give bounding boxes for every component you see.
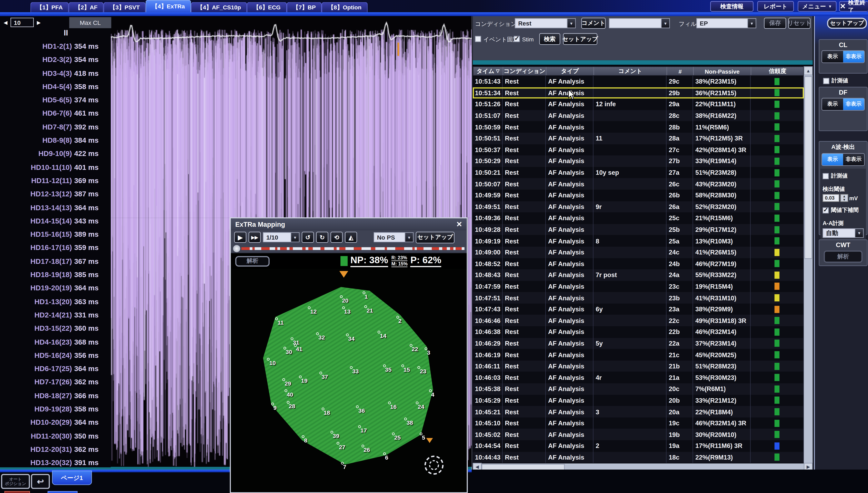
tab-2[interactable]: 【2】AF: [69, 2, 103, 12]
close-icon[interactable]: ✕: [456, 220, 462, 229]
table-row[interactable]: 10:44:43RestAF Analysis18c22%(R9M13): [473, 452, 804, 463]
scrollbar-thumb[interactable]: [804, 76, 812, 259]
ps-dropdown[interactable]: No PS▼: [374, 232, 413, 242]
column-header[interactable]: #: [667, 67, 694, 75]
slider-thumb[interactable]: [233, 245, 240, 252]
max-cl-button[interactable]: Max CL: [69, 17, 111, 28]
cwt-analyze-button[interactable]: 解析: [824, 251, 863, 263]
cl-measure-checkbox[interactable]: [823, 78, 829, 84]
table-row[interactable]: 10:50:37RestAF Analysis27c42%(R28M14) 3R: [473, 144, 804, 155]
table-row[interactable]: 10:47:59RestAF Analysis23c19%(R15M4): [473, 281, 804, 292]
end-exam-button[interactable]: ✕検査終了: [839, 1, 868, 12]
df-show-button[interactable]: 表示: [822, 99, 843, 110]
comment-dropdown[interactable]: ▼: [609, 18, 670, 28]
column-header[interactable]: タイム▽: [473, 67, 503, 75]
table-row[interactable]: 10:45:38RestAF Analysis20c7%(R6M1): [473, 383, 804, 395]
column-header[interactable]: コメント: [594, 67, 667, 75]
sidebar-setup-button[interactable]: セットアップ: [827, 18, 867, 29]
event-lock-checkbox[interactable]: [475, 36, 481, 42]
table-row[interactable]: 10:49:00RestAF Analysis24c41%(R26M15): [473, 247, 804, 258]
filter-dropdown[interactable]: EP▼: [697, 18, 756, 28]
table-row[interactable]: 10:45:29RestAF Analysis20b33%(R21M12): [473, 395, 804, 406]
flip-icon[interactable]: ◭: [345, 232, 357, 243]
condition-dropdown[interactable]: Rest▼: [515, 18, 576, 28]
a-wave-show-button[interactable]: 表示: [822, 154, 843, 165]
table-row[interactable]: 10:45:21RestAF Analysis320a22%(R18M4): [473, 406, 804, 417]
menu-button[interactable]: メニュー▼: [798, 1, 836, 12]
stim-checkbox[interactable]: [514, 36, 520, 42]
table-row[interactable]: 10:50:21RestAF Analysis10y sep27a51%(R23…: [473, 167, 804, 178]
tab-8[interactable]: 【8】Option: [322, 2, 367, 12]
table-row[interactable]: 10:49:28RestAF Analysis25b29%(R17M12): [473, 224, 804, 235]
df-hide-button[interactable]: 非表示: [843, 99, 864, 110]
table-row[interactable]: 10:47:51RestAF Analysis23b41%(R31M10): [473, 292, 804, 304]
exam-info-button[interactable]: 検査情報: [710, 1, 753, 12]
tab-6[interactable]: 【6】ECG: [247, 2, 286, 12]
table-row[interactable]: 10:46:03RestAF Analysis4r21a53%(R30M23): [473, 372, 804, 383]
column-header[interactable]: 信頼度: [751, 67, 804, 75]
table-row[interactable]: 10:49:19RestAF Analysis825a13%(R10M3): [473, 235, 804, 247]
table-row[interactable]: 10:49:36RestAF Analysis25c21%(R15M6): [473, 212, 804, 224]
table-row[interactable]: 10:46:38RestAF Analysis22b46%(R32M14): [473, 326, 804, 338]
column-header[interactable]: コンディション: [503, 67, 547, 75]
comment-button[interactable]: コメント: [581, 18, 606, 29]
page-value-field[interactable]: 10: [11, 18, 34, 27]
tab-3[interactable]: 【3】PSVT: [104, 2, 146, 12]
aa-measure-dropdown[interactable]: 自動▼: [823, 228, 864, 238]
table-row[interactable]: 10:48:43RestAF Analysis7r post24a55%(R33…: [473, 269, 804, 281]
search-button[interactable]: 検索: [539, 33, 560, 45]
page-tab[interactable]: ページ1: [52, 471, 92, 485]
table-row[interactable]: 10:46:29RestAF Analysis5y22a37%(R23M14): [473, 338, 804, 349]
table-row[interactable]: 10:47:43RestAF Analysis6y23a38%(R29M9): [473, 304, 804, 315]
cl-hide-button[interactable]: 非表示: [843, 51, 864, 63]
table-row[interactable]: 10:44:54RestAF Analysis219a17%(R11M6) 3R: [473, 440, 804, 452]
table-row[interactable]: 10:51:07RestAF Analysis28c38%(R16M22): [473, 110, 804, 121]
frame-dropdown[interactable]: 1/10▼: [263, 232, 299, 242]
auto-position-button[interactable]: オートポジション: [1, 474, 30, 489]
table-row[interactable]: 10:46:19RestAF Analysis21c45%(R20M25): [473, 349, 804, 361]
tab-1[interactable]: 【1】PFA: [31, 2, 69, 12]
table-row[interactable]: 10:51:34RestAF Analysis29b36%(R21M15): [473, 87, 804, 99]
mapping-setup-button[interactable]: セットアップ: [416, 231, 455, 243]
step-button[interactable]: ▶▶: [248, 232, 261, 243]
rotate-cw-icon[interactable]: ↻: [316, 232, 328, 243]
table-row[interactable]: 10:51:26RestAF Analysis12 infe29a22%(R11…: [473, 99, 804, 110]
table-row[interactable]: 10:45:10RestAF Analysis19c46%(R32M14) 3R: [473, 417, 804, 429]
a-wave-hide-button[interactable]: 非表示: [843, 154, 864, 165]
threshold-value-field[interactable]: 0.03: [823, 194, 839, 202]
table-row[interactable]: 10:50:51RestAF Analysis1128a17%(R12M5) 3…: [473, 133, 804, 144]
table-row[interactable]: 10:49:51RestAF Analysis9r26a52%(R32M20): [473, 201, 804, 212]
rotate-ccw-icon[interactable]: ↺: [302, 232, 314, 243]
table-vertical-scrollbar[interactable]: ▲: [804, 66, 813, 464]
table-row[interactable]: 10:46:46RestAF Analysis22c49%(R31M18) 3R: [473, 315, 804, 326]
tab-7[interactable]: 【7】BP: [287, 2, 322, 12]
column-header[interactable]: タイプ: [546, 67, 594, 75]
table-row[interactable]: 10:50:59RestAF Analysis28b11%(R5M6): [473, 121, 804, 133]
table-row[interactable]: 10:49:59RestAF Analysis26b58%(R28M30): [473, 190, 804, 201]
reset-button[interactable]: リセット: [788, 18, 811, 29]
table-row[interactable]: 10:50:07RestAF Analysis26c43%(R23M20): [473, 178, 804, 190]
mapping-title-bar[interactable]: ExTRa Mapping ✕: [231, 218, 467, 230]
page-next-button[interactable]: ▶: [35, 18, 43, 27]
analyze-button[interactable]: 解析: [235, 256, 269, 266]
table-row[interactable]: 10:51:43RestAF Analysis29c38%(R23M15): [473, 76, 804, 87]
table-row[interactable]: 10:50:29RestAF Analysis27b33%(R19M14): [473, 155, 804, 167]
mapping-canvas[interactable]: 1234567891011121314151617181920212223242…: [231, 269, 467, 492]
table-row[interactable]: 10:48:52RestAF Analysis24b46%(R27M19): [473, 258, 804, 269]
interp-checkbox[interactable]: [823, 207, 829, 213]
scroll-up-icon[interactable]: ▲: [804, 66, 813, 75]
cl-show-button[interactable]: 表示: [822, 51, 843, 63]
stepper-arrows-icon[interactable]: ▲▼: [841, 194, 848, 202]
tab-5[interactable]: 【4】AF_CS10p: [191, 2, 247, 12]
column-header[interactable]: Non-Passive: [694, 67, 751, 75]
table-row[interactable]: 10:46:11RestAF Analysis21b51%(R28M23): [473, 361, 804, 372]
mapping-slider[interactable]: [231, 244, 467, 253]
report-button[interactable]: レポート: [758, 1, 794, 12]
rotation-compass-icon[interactable]: [421, 451, 447, 477]
tab-4[interactable]: 【4】ExTRa: [146, 0, 191, 12]
undo-button[interactable]: ↩: [31, 474, 50, 489]
rotate-both-icon[interactable]: ⟲: [330, 232, 343, 243]
save-button[interactable]: 保存: [764, 18, 786, 29]
a-wave-measure-checkbox[interactable]: [823, 173, 829, 179]
table-row[interactable]: 10:45:02RestAF Analysis19b30%(R20M10): [473, 429, 804, 440]
